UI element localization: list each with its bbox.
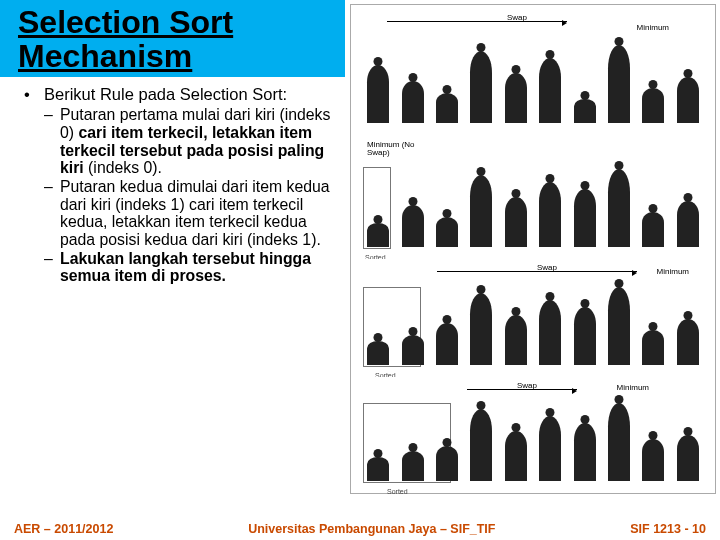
- person-icon: [402, 81, 424, 123]
- sub-item-2: Putaran kedua dimulai dari item kedua da…: [44, 178, 336, 249]
- min-noswap-label: Minimum (No Swap): [367, 141, 417, 157]
- person-icon: [574, 99, 596, 123]
- sub3-bold: Lakukan langkah tersebut hingga semua it…: [60, 250, 311, 285]
- people-row-3: [357, 287, 709, 365]
- minimum-label-3: Minimum: [617, 383, 649, 392]
- person-icon: [402, 335, 424, 365]
- people-row-4: [357, 403, 709, 481]
- person-icon: [367, 341, 389, 365]
- person-icon: [574, 189, 596, 247]
- person-icon: [608, 169, 630, 247]
- person-icon: [505, 197, 527, 247]
- person-icon: [608, 287, 630, 365]
- illustration: Swap Minimum Minimum (No Swap) Sorted Sw…: [350, 4, 716, 494]
- person-icon: [539, 300, 561, 365]
- minimum-label-2: Minimum: [657, 267, 689, 276]
- person-icon: [677, 201, 699, 247]
- footer: AER – 2011/2012 Universitas Pembangunan …: [0, 522, 720, 536]
- title-bar: Selection Sort Mechanism: [0, 0, 345, 77]
- person-icon: [539, 416, 561, 481]
- sorted-label-3: Sorted: [387, 488, 408, 495]
- person-icon: [677, 319, 699, 365]
- footer-left: AER – 2011/2012: [14, 522, 113, 536]
- swap-arrow-2: [437, 271, 637, 272]
- person-icon: [367, 457, 389, 481]
- person-icon: [608, 45, 630, 123]
- person-icon: [470, 51, 492, 123]
- footer-center: Universitas Pembangunan Jaya – SIF_TIF: [248, 522, 495, 536]
- person-icon: [677, 435, 699, 481]
- people-row-1: [357, 45, 709, 123]
- person-icon: [470, 175, 492, 247]
- person-icon: [505, 315, 527, 365]
- people-row-2: [357, 169, 709, 247]
- sub-item-1: Putaran pertama mulai dari kiri (indeks …: [44, 106, 336, 177]
- person-icon: [608, 403, 630, 481]
- person-icon: [436, 217, 458, 247]
- person-icon: [402, 205, 424, 247]
- panel-4: Swap Minimum Sorted: [357, 377, 709, 487]
- person-icon: [539, 182, 561, 247]
- person-icon: [574, 423, 596, 481]
- footer-right: SIF 1213 - 10: [630, 522, 706, 536]
- content-area: Berikut Rule pada Selection Sort: Putara…: [0, 77, 348, 285]
- person-icon: [402, 451, 424, 481]
- slide-title: Selection Sort Mechanism: [18, 6, 327, 73]
- person-icon: [470, 293, 492, 365]
- person-icon: [677, 77, 699, 123]
- person-icon: [574, 307, 596, 365]
- person-icon: [642, 88, 664, 123]
- person-icon: [367, 223, 389, 247]
- person-icon: [642, 439, 664, 481]
- swap-arrow-3: [467, 389, 577, 390]
- person-icon: [470, 409, 492, 481]
- person-icon: [505, 73, 527, 123]
- person-icon: [505, 431, 527, 481]
- person-icon: [367, 65, 389, 123]
- person-icon: [436, 93, 458, 123]
- minimum-label: Minimum: [637, 23, 669, 32]
- person-icon: [539, 58, 561, 123]
- person-icon: [642, 212, 664, 247]
- person-icon: [642, 330, 664, 365]
- sub1-part-c: (indeks 0).: [84, 159, 162, 176]
- swap-arrow: [387, 21, 567, 22]
- person-icon: [436, 323, 458, 365]
- panel-1: Swap Minimum: [357, 11, 709, 129]
- panel-3: Swap Minimum Sorted: [357, 259, 709, 371]
- bullet-main: Berikut Rule pada Selection Sort:: [30, 85, 336, 104]
- person-icon: [436, 446, 458, 481]
- panel-2: Minimum (No Swap) Sorted: [357, 135, 709, 253]
- sub-item-3: Lakukan langkah tersebut hingga semua it…: [44, 250, 336, 285]
